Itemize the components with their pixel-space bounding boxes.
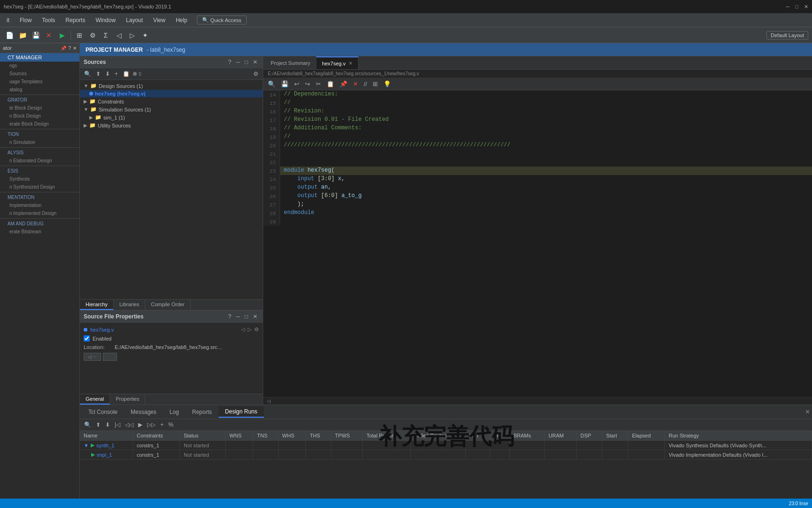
nav-erate-block-design[interactable]: erate Block Design [0, 120, 79, 128]
editor-save-btn[interactable]: 💾 [279, 79, 290, 88]
tab-design-runs[interactable]: Design Runs [219, 406, 264, 418]
tool5-btn[interactable]: ▷ [126, 30, 138, 41]
tree-simulation-sources[interactable]: ▼ 📁 Simulation Sources (1) [80, 105, 263, 113]
tree-constraints[interactable]: ▶ 📁 Constraints [80, 97, 263, 105]
runs-percent-btn[interactable]: % [167, 421, 175, 429]
tree-hex7seg[interactable]: hex7seg (hex7seg.v) [80, 90, 263, 97]
runs-add-btn[interactable]: + [159, 421, 165, 429]
menu-it[interactable]: it [2, 15, 14, 25]
editor-search-btn[interactable]: 🔍 [266, 79, 277, 88]
scroll-left-arrow[interactable]: ◁ [267, 398, 271, 404]
runs-next-btn[interactable]: ▷▷ [146, 421, 157, 429]
editor-undo-btn[interactable]: ↩ [292, 79, 301, 88]
tab-hex7seg-v[interactable]: hex7seg.v ✕ [316, 56, 358, 69]
sources-float-icon[interactable]: □ [243, 58, 250, 66]
nav-mentation[interactable]: MENTATION [0, 193, 79, 201]
code-line-23[interactable]: 23 module hex7seg( [263, 167, 812, 175]
sources-expand-btn[interactable]: ⬇ [104, 70, 111, 78]
nav-catalog[interactable]: atalog [0, 86, 79, 94]
tree-sim1[interactable]: ▶ 📁 sim_1 (1) [80, 113, 263, 121]
props-arrow-left[interactable]: ◁ [241, 326, 245, 333]
synth-name-cell[interactable]: ▼ ▶ synth_1 [80, 441, 133, 450]
editor-delete-btn[interactable]: ✕ [351, 79, 360, 88]
menu-tools[interactable]: Tools [37, 15, 60, 25]
runs-search-btn[interactable]: 🔍 [83, 421, 93, 429]
menu-view[interactable]: View [148, 15, 170, 25]
nav-am-debug[interactable]: AM AND DEBUG [0, 220, 79, 228]
nav-sources[interactable]: Sources [0, 70, 79, 78]
sources-view-btn[interactable]: 📋 [121, 70, 131, 78]
nav-alysis[interactable]: ALYSIS [0, 149, 79, 157]
props-float-icon[interactable]: □ [243, 313, 250, 320]
tree-design-sources[interactable]: ▼ 📁 Design Sources (1) [80, 82, 263, 90]
menu-reports[interactable]: Reports [61, 15, 90, 25]
props-scroll-left[interactable]: ◁ ··· [84, 353, 101, 361]
nav-grator[interactable]: GRATOR [0, 96, 79, 104]
nav-esis[interactable]: ESIS [0, 167, 79, 175]
props-arrow-right[interactable]: ▷ [248, 326, 251, 333]
nav-n-simulation[interactable]: n Simulation [0, 138, 79, 146]
nav-implementation[interactable]: Implementation [0, 201, 79, 209]
maximize-btn[interactable]: □ [795, 4, 798, 10]
run-btn[interactable]: ▶ [56, 30, 68, 41]
props-scroll-handle[interactable] [103, 353, 117, 361]
sources-close-icon[interactable]: ✕ [251, 58, 259, 66]
runs-collapse-btn[interactable]: ⬆ [94, 421, 102, 429]
editor-cut-btn[interactable]: ✂ [314, 79, 323, 88]
bottom-panel-close-btn[interactable]: ✕ [805, 408, 810, 415]
nav-close-icon[interactable]: ✕ [73, 46, 77, 51]
editor-comment-btn[interactable]: // [362, 79, 369, 88]
nav-generate-bitstream[interactable]: erate Bitstream [0, 228, 79, 236]
quick-access[interactable]: 🔍 Quick Access [197, 16, 247, 24]
editor-tab-close-icon[interactable]: ✕ [349, 61, 352, 66]
nav-help-icon[interactable]: ? [68, 46, 71, 51]
minimize-btn[interactable]: ─ [786, 4, 790, 10]
tab-messages[interactable]: Messages [124, 407, 163, 417]
tab-hierarchy[interactable]: Hierarchy [80, 300, 114, 310]
synth-play-icon[interactable]: ▶ [91, 442, 94, 448]
props-settings-icon[interactable]: ⚙ [254, 326, 259, 333]
tab-compile-order[interactable]: Compile Order [145, 300, 191, 310]
runs-expand-btn[interactable]: ⬇ [104, 421, 111, 429]
nav-n-block-design[interactable]: n Block Design [0, 112, 79, 120]
nav-n-synthesized[interactable]: n Synthesized Design [0, 183, 79, 191]
tool6-btn[interactable]: ✦ [140, 30, 151, 41]
save-btn[interactable]: 💾 [30, 30, 41, 41]
runs-play-btn[interactable]: ▶ [137, 421, 144, 429]
new-project-btn[interactable]: 📄 [4, 30, 15, 41]
editor-table-btn[interactable]: ⊞ [371, 79, 380, 88]
menu-window[interactable]: Window [91, 15, 120, 25]
sources-collapse-btn[interactable]: ⬆ [94, 70, 102, 78]
tab-libraries[interactable]: Libraries [114, 300, 145, 310]
menu-help[interactable]: Help [171, 15, 192, 25]
impl-name-cell[interactable]: ▶ impl_1 [80, 450, 133, 460]
tool4-btn[interactable]: ◁ [113, 30, 125, 41]
editor-paste-btn[interactable]: 📌 [338, 79, 349, 88]
nav-language-templates[interactable]: uage Templates [0, 78, 79, 86]
menu-layout[interactable]: Layout [121, 15, 148, 25]
sources-search-btn[interactable]: 🔍 [83, 70, 93, 78]
nav-ct-manager[interactable]: CT MANAGER [0, 53, 79, 62]
default-layout-btn[interactable]: Default Layout [766, 31, 808, 40]
close-btn[interactable]: ✕ [804, 4, 808, 10]
tool1-btn[interactable]: ⊞ [74, 30, 85, 41]
tab-log[interactable]: Log [163, 407, 186, 417]
nav-te-block-design[interactable]: te Block Design [0, 104, 79, 112]
impl-play-icon[interactable]: ▶ [91, 452, 95, 458]
nav-pin-icon[interactable]: 📌 [61, 46, 66, 51]
props-close-icon[interactable]: ✕ [251, 313, 259, 320]
editor-light-btn[interactable]: 💡 [382, 79, 393, 88]
runs-prev-btn[interactable]: ◁◁ [124, 421, 135, 429]
tool2-btn[interactable]: ⚙ [87, 30, 98, 41]
close-btn2[interactable]: ✕ [43, 30, 55, 41]
props-minimize-icon[interactable]: ─ [234, 313, 242, 320]
sources-settings-btn[interactable]: ⚙ [252, 70, 260, 78]
code-area[interactable]: 14 // Dependencies: 15 // 16 // Revision… [263, 90, 812, 397]
tab-general[interactable]: General [80, 394, 110, 405]
tab-reports[interactable]: Reports [186, 407, 219, 417]
enabled-checkbox[interactable] [84, 335, 90, 341]
nav-n-implemented[interactable]: n Implemented Design [0, 209, 79, 217]
sources-add-btn[interactable]: + [113, 70, 119, 78]
editor-redo-btn[interactable]: ↪ [303, 79, 312, 88]
nav-synthesis[interactable]: Synthesis [0, 175, 79, 183]
